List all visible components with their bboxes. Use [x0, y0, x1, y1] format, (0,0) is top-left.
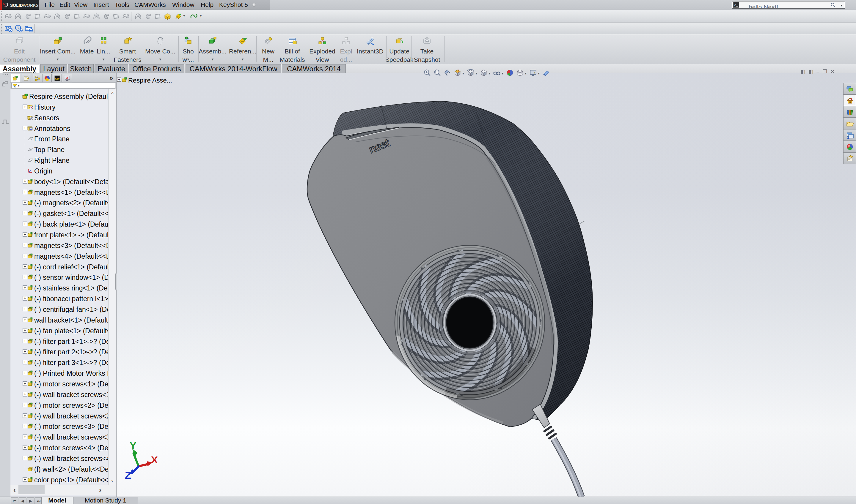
svg-text:Y: Y	[130, 440, 136, 451]
svg-text:X: X	[151, 454, 158, 465]
svg-text:Z: Z	[125, 470, 131, 481]
